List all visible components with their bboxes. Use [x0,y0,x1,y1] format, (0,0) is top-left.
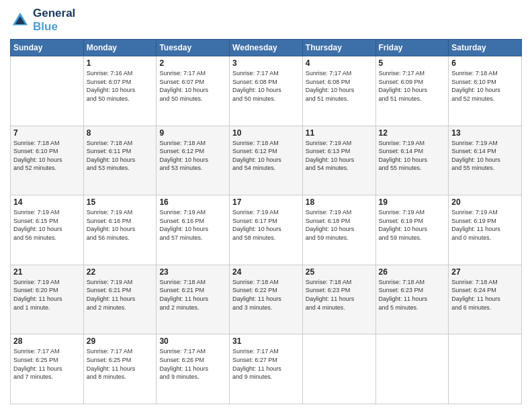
day-info: Sunrise: 7:17 AM Sunset: 6:07 PM Dayligh… [159,69,226,103]
calendar-cell: 11Sunrise: 7:19 AM Sunset: 6:13 PM Dayli… [302,126,375,195]
day-info: Sunrise: 7:19 AM Sunset: 6:21 PM Dayligh… [87,278,154,312]
calendar-cell: 2Sunrise: 7:17 AM Sunset: 6:07 PM Daylig… [157,56,230,126]
day-number: 8 [87,128,154,138]
day-info: Sunrise: 7:17 AM Sunset: 6:25 PM Dayligh… [13,347,81,381]
day-info: Sunrise: 7:18 AM Sunset: 6:22 PM Dayligh… [232,278,300,312]
calendar-cell [302,334,375,404]
day-info: Sunrise: 7:19 AM Sunset: 6:18 PM Dayligh… [306,208,373,242]
day-number: 9 [159,128,226,138]
calendar-cell: 24Sunrise: 7:18 AM Sunset: 6:22 PM Dayli… [230,265,303,334]
calendar-cell: 22Sunrise: 7:19 AM Sunset: 6:21 PM Dayli… [83,265,157,334]
day-number: 1 [87,58,154,68]
day-info: Sunrise: 7:17 AM Sunset: 6:08 PM Dayligh… [306,69,373,103]
day-info: Sunrise: 7:18 AM Sunset: 6:23 PM Dayligh… [379,278,446,312]
weekday-header-thursday: Thursday [302,40,375,56]
calendar-cell: 5Sunrise: 7:17 AM Sunset: 6:09 PM Daylig… [375,56,449,126]
day-info: Sunrise: 7:19 AM Sunset: 6:16 PM Dayligh… [159,208,226,242]
calendar-cell: 12Sunrise: 7:19 AM Sunset: 6:14 PM Dayli… [375,126,449,195]
week-row-1: 1Sunrise: 7:16 AM Sunset: 6:07 PM Daylig… [11,56,522,126]
calendar-cell: 10Sunrise: 7:18 AM Sunset: 6:12 PM Dayli… [230,126,303,195]
day-number: 6 [451,58,519,68]
day-number: 21 [13,267,81,277]
calendar-cell: 9Sunrise: 7:18 AM Sunset: 6:12 PM Daylig… [157,126,230,195]
calendar-cell: 18Sunrise: 7:19 AM Sunset: 6:18 PM Dayli… [302,195,375,265]
header: General Blue [10,7,522,34]
day-number: 12 [379,128,446,138]
calendar-cell: 13Sunrise: 7:19 AM Sunset: 6:14 PM Dayli… [449,126,522,195]
day-number: 25 [306,267,373,277]
day-number: 15 [87,197,154,207]
day-info: Sunrise: 7:19 AM Sunset: 6:19 PM Dayligh… [379,208,446,242]
week-row-5: 28Sunrise: 7:17 AM Sunset: 6:25 PM Dayli… [11,334,522,404]
calendar-cell: 3Sunrise: 7:17 AM Sunset: 6:08 PM Daylig… [230,56,303,126]
calendar-cell: 20Sunrise: 7:19 AM Sunset: 6:19 PM Dayli… [449,195,522,265]
day-info: Sunrise: 7:18 AM Sunset: 6:10 PM Dayligh… [13,139,81,173]
logo-icon [10,10,30,30]
day-info: Sunrise: 7:17 AM Sunset: 6:08 PM Dayligh… [232,69,300,103]
day-number: 19 [379,197,446,207]
day-number: 18 [306,197,373,207]
day-number: 10 [232,128,300,138]
logo-text: General Blue [33,7,75,34]
weekday-header-tuesday: Tuesday [157,40,230,56]
day-info: Sunrise: 7:18 AM Sunset: 6:11 PM Dayligh… [87,139,154,173]
weekday-header-monday: Monday [83,40,157,56]
calendar-cell: 26Sunrise: 7:18 AM Sunset: 6:23 PM Dayli… [375,265,449,334]
day-number: 5 [379,58,446,68]
day-info: Sunrise: 7:19 AM Sunset: 6:16 PM Dayligh… [87,208,154,242]
day-number: 29 [87,336,154,346]
calendar-cell: 28Sunrise: 7:17 AM Sunset: 6:25 PM Dayli… [11,334,84,404]
day-info: Sunrise: 7:18 AM Sunset: 6:24 PM Dayligh… [451,278,519,312]
day-number: 30 [159,336,226,346]
day-info: Sunrise: 7:16 AM Sunset: 6:07 PM Dayligh… [87,69,154,103]
calendar-cell: 31Sunrise: 7:17 AM Sunset: 6:27 PM Dayli… [230,334,303,404]
calendar: SundayMondayTuesdayWednesdayThursdayFrid… [10,39,522,404]
page: General Blue SundayMondayTuesdayWednesda… [0,0,532,411]
calendar-cell: 6Sunrise: 7:18 AM Sunset: 6:10 PM Daylig… [449,56,522,126]
day-number: 28 [13,336,81,346]
calendar-cell: 21Sunrise: 7:19 AM Sunset: 6:20 PM Dayli… [11,265,84,334]
calendar-cell: 16Sunrise: 7:19 AM Sunset: 6:16 PM Dayli… [157,195,230,265]
day-number: 3 [232,58,300,68]
calendar-cell: 15Sunrise: 7:19 AM Sunset: 6:16 PM Dayli… [83,195,157,265]
day-number: 14 [13,197,81,207]
weekday-header-wednesday: Wednesday [230,40,303,56]
calendar-cell: 27Sunrise: 7:18 AM Sunset: 6:24 PM Dayli… [449,265,522,334]
weekday-header-row: SundayMondayTuesdayWednesdayThursdayFrid… [11,40,522,56]
day-number: 7 [13,128,81,138]
logo: General Blue [10,7,75,34]
day-number: 22 [87,267,154,277]
day-info: Sunrise: 7:19 AM Sunset: 6:13 PM Dayligh… [306,139,373,173]
calendar-cell: 17Sunrise: 7:19 AM Sunset: 6:17 PM Dayli… [230,195,303,265]
calendar-cell [449,334,522,404]
day-info: Sunrise: 7:18 AM Sunset: 6:12 PM Dayligh… [232,139,300,173]
day-info: Sunrise: 7:17 AM Sunset: 6:09 PM Dayligh… [379,69,446,103]
day-number: 16 [159,197,226,207]
calendar-cell: 8Sunrise: 7:18 AM Sunset: 6:11 PM Daylig… [83,126,157,195]
week-row-3: 14Sunrise: 7:19 AM Sunset: 6:15 PM Dayli… [11,195,522,265]
day-number: 24 [232,267,300,277]
day-number: 23 [159,267,226,277]
day-info: Sunrise: 7:19 AM Sunset: 6:14 PM Dayligh… [379,139,446,173]
day-number: 17 [232,197,300,207]
day-number: 31 [232,336,300,346]
day-info: Sunrise: 7:19 AM Sunset: 6:19 PM Dayligh… [451,208,519,242]
day-info: Sunrise: 7:18 AM Sunset: 6:10 PM Dayligh… [451,69,519,103]
day-info: Sunrise: 7:18 AM Sunset: 6:12 PM Dayligh… [159,139,226,173]
calendar-cell: 29Sunrise: 7:17 AM Sunset: 6:25 PM Dayli… [83,334,157,404]
calendar-cell: 1Sunrise: 7:16 AM Sunset: 6:07 PM Daylig… [83,56,157,126]
day-number: 13 [451,128,519,138]
day-number: 27 [451,267,519,277]
calendar-cell [11,56,84,126]
calendar-cell: 30Sunrise: 7:17 AM Sunset: 6:26 PM Dayli… [157,334,230,404]
calendar-cell: 14Sunrise: 7:19 AM Sunset: 6:15 PM Dayli… [11,195,84,265]
calendar-cell: 7Sunrise: 7:18 AM Sunset: 6:10 PM Daylig… [11,126,84,195]
weekday-header-friday: Friday [375,40,449,56]
day-info: Sunrise: 7:19 AM Sunset: 6:20 PM Dayligh… [13,278,81,312]
day-number: 2 [159,58,226,68]
day-number: 11 [306,128,373,138]
calendar-cell: 25Sunrise: 7:18 AM Sunset: 6:23 PM Dayli… [302,265,375,334]
day-number: 4 [306,58,373,68]
weekday-header-saturday: Saturday [449,40,522,56]
day-number: 26 [379,267,446,277]
